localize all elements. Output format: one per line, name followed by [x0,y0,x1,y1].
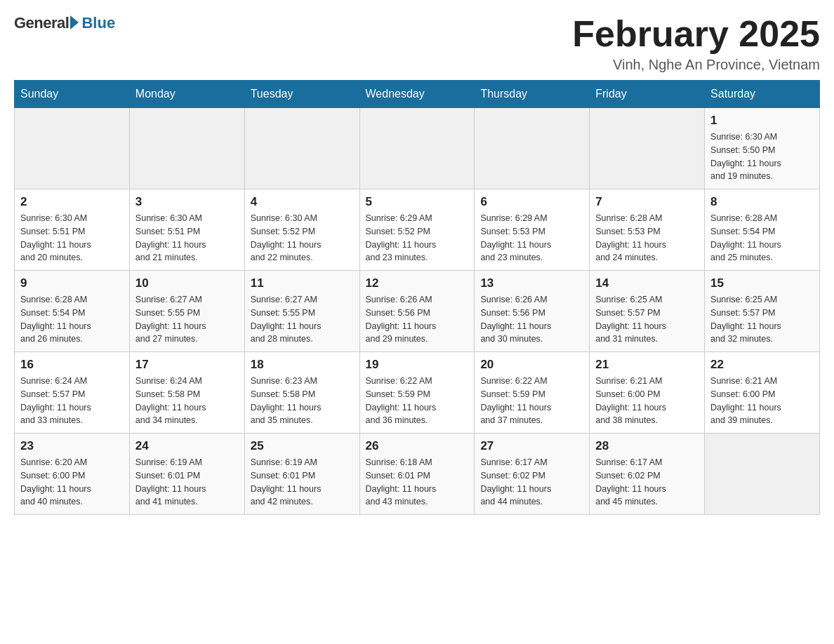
day-info: Sunrise: 6:18 AMSunset: 6:01 PMDaylight:… [366,456,469,509]
day-info: Sunrise: 6:29 AMSunset: 5:53 PMDaylight:… [480,212,583,264]
week-row-1: 1Sunrise: 6:30 AMSunset: 5:50 PMDaylight… [15,108,820,189]
day-number: 26 [366,439,469,453]
calendar-cell: 14Sunrise: 6:25 AMSunset: 5:57 PMDayligh… [590,271,705,352]
day-number: 11 [251,276,354,290]
day-info: Sunrise: 6:28 AMSunset: 5:54 PMDaylight:… [710,212,814,264]
location-text: Vinh, Nghe An Province, Vietnam [572,57,820,73]
day-info: Sunrise: 6:26 AMSunset: 5:56 PMDaylight:… [480,293,583,346]
calendar-cell: 28Sunrise: 6:17 AMSunset: 6:02 PMDayligh… [590,434,705,515]
calendar-cell: 21Sunrise: 6:21 AMSunset: 6:00 PMDayligh… [590,352,705,434]
day-info: Sunrise: 6:25 AMSunset: 5:57 PMDaylight:… [710,293,814,346]
calendar-cell: 24Sunrise: 6:19 AMSunset: 6:01 PMDayligh… [129,434,244,515]
logo: General Blue [14,14,115,32]
day-info: Sunrise: 6:29 AMSunset: 5:52 PMDaylight:… [366,212,469,264]
day-info: Sunrise: 6:26 AMSunset: 5:56 PMDaylight:… [366,293,469,346]
calendar-cell: 26Sunrise: 6:18 AMSunset: 6:01 PMDayligh… [359,434,475,515]
calendar-cell: 11Sunrise: 6:27 AMSunset: 5:55 PMDayligh… [244,271,359,352]
calendar-cell: 15Sunrise: 6:25 AMSunset: 5:57 PMDayligh… [705,271,820,352]
day-number: 14 [595,276,699,290]
day-number: 17 [135,358,239,372]
page-header: General Blue February 2025 Vinh, Nghe An… [14,14,820,73]
calendar-cell: 20Sunrise: 6:22 AMSunset: 5:59 PMDayligh… [475,352,590,434]
day-info: Sunrise: 6:23 AMSunset: 5:58 PMDaylight:… [251,375,354,427]
calendar-cell: 19Sunrise: 6:22 AMSunset: 5:59 PMDayligh… [359,352,475,434]
day-info: Sunrise: 6:30 AMSunset: 5:51 PMDaylight:… [135,212,239,264]
day-info: Sunrise: 6:19 AMSunset: 6:01 PMDaylight:… [135,456,239,509]
calendar-cell: 7Sunrise: 6:28 AMSunset: 5:53 PMDaylight… [590,189,705,271]
day-number: 19 [366,358,469,372]
day-number: 9 [20,276,124,290]
day-info: Sunrise: 6:25 AMSunset: 5:57 PMDaylight:… [595,293,699,346]
month-title: February 2025 [572,14,820,54]
day-info: Sunrise: 6:22 AMSunset: 5:59 PMDaylight:… [366,375,469,427]
column-header-sunday: Sunday [15,81,130,108]
calendar-cell: 23Sunrise: 6:20 AMSunset: 6:00 PMDayligh… [15,434,130,515]
column-header-tuesday: Tuesday [244,81,359,108]
calendar-cell: 12Sunrise: 6:26 AMSunset: 5:56 PMDayligh… [359,271,475,352]
day-number: 27 [480,439,583,453]
day-number: 18 [251,358,354,372]
calendar-cell: 4Sunrise: 6:30 AMSunset: 5:52 PMDaylight… [244,189,359,271]
day-info: Sunrise: 6:24 AMSunset: 5:58 PMDaylight:… [135,375,239,427]
week-row-2: 2Sunrise: 6:30 AMSunset: 5:51 PMDaylight… [15,189,820,271]
day-info: Sunrise: 6:28 AMSunset: 5:53 PMDaylight:… [595,212,699,264]
calendar-cell [475,108,590,189]
calendar-cell: 22Sunrise: 6:21 AMSunset: 6:00 PMDayligh… [705,352,820,434]
title-block: February 2025 Vinh, Nghe An Province, Vi… [572,14,820,73]
day-number: 24 [135,439,239,453]
calendar-cell: 3Sunrise: 6:30 AMSunset: 5:51 PMDaylight… [129,189,244,271]
calendar-cell [705,434,820,515]
day-number: 21 [595,358,699,372]
day-info: Sunrise: 6:28 AMSunset: 5:54 PMDaylight:… [20,293,124,346]
day-number: 12 [366,276,469,290]
logo-arrow-icon [70,15,79,29]
calendar-cell [129,108,244,189]
calendar-cell: 1Sunrise: 6:30 AMSunset: 5:50 PMDaylight… [705,108,820,189]
day-info: Sunrise: 6:17 AMSunset: 6:02 PMDaylight:… [595,456,699,509]
logo-blue-text: Blue [81,14,115,32]
day-info: Sunrise: 6:30 AMSunset: 5:50 PMDaylight:… [710,130,814,183]
calendar-cell: 17Sunrise: 6:24 AMSunset: 5:58 PMDayligh… [129,352,244,434]
column-header-thursday: Thursday [475,81,590,108]
day-number: 23 [20,439,124,453]
calendar-table: SundayMondayTuesdayWednesdayThursdayFrid… [14,80,820,515]
day-number: 22 [710,358,814,372]
calendar-cell [359,108,475,189]
logo-general-text: General [14,14,69,32]
calendar-cell: 2Sunrise: 6:30 AMSunset: 5:51 PMDaylight… [15,189,130,271]
calendar-cell [590,108,705,189]
day-number: 3 [135,195,239,209]
day-number: 5 [366,195,469,209]
day-number: 25 [251,439,354,453]
calendar-cell: 13Sunrise: 6:26 AMSunset: 5:56 PMDayligh… [475,271,590,352]
calendar-cell: 16Sunrise: 6:24 AMSunset: 5:57 PMDayligh… [15,352,130,434]
day-info: Sunrise: 6:21 AMSunset: 6:00 PMDaylight:… [710,375,814,427]
day-info: Sunrise: 6:17 AMSunset: 6:02 PMDaylight:… [480,456,583,509]
day-info: Sunrise: 6:21 AMSunset: 6:00 PMDaylight:… [595,375,699,427]
calendar-cell [244,108,359,189]
day-info: Sunrise: 6:22 AMSunset: 5:59 PMDaylight:… [480,375,583,427]
day-number: 4 [251,195,354,209]
column-header-saturday: Saturday [705,81,820,108]
day-number: 13 [480,276,583,290]
week-row-3: 9Sunrise: 6:28 AMSunset: 5:54 PMDaylight… [15,271,820,352]
day-number: 2 [20,195,124,209]
calendar-cell: 27Sunrise: 6:17 AMSunset: 6:02 PMDayligh… [475,434,590,515]
day-number: 10 [135,276,239,290]
day-info: Sunrise: 6:20 AMSunset: 6:00 PMDaylight:… [20,456,124,509]
column-header-friday: Friday [590,81,705,108]
calendar-cell: 5Sunrise: 6:29 AMSunset: 5:52 PMDaylight… [359,189,475,271]
calendar-cell: 8Sunrise: 6:28 AMSunset: 5:54 PMDaylight… [705,189,820,271]
day-number: 8 [710,195,814,209]
day-info: Sunrise: 6:30 AMSunset: 5:52 PMDaylight:… [251,212,354,264]
calendar-cell [15,108,130,189]
day-number: 6 [480,195,583,209]
day-info: Sunrise: 6:24 AMSunset: 5:57 PMDaylight:… [20,375,124,427]
day-info: Sunrise: 6:27 AMSunset: 5:55 PMDaylight:… [135,293,239,346]
week-row-4: 16Sunrise: 6:24 AMSunset: 5:57 PMDayligh… [15,352,820,434]
day-number: 15 [710,276,814,290]
week-row-5: 23Sunrise: 6:20 AMSunset: 6:00 PMDayligh… [15,434,820,515]
day-number: 1 [710,114,814,128]
calendar-cell: 6Sunrise: 6:29 AMSunset: 5:53 PMDaylight… [475,189,590,271]
calendar-cell: 9Sunrise: 6:28 AMSunset: 5:54 PMDaylight… [15,271,130,352]
